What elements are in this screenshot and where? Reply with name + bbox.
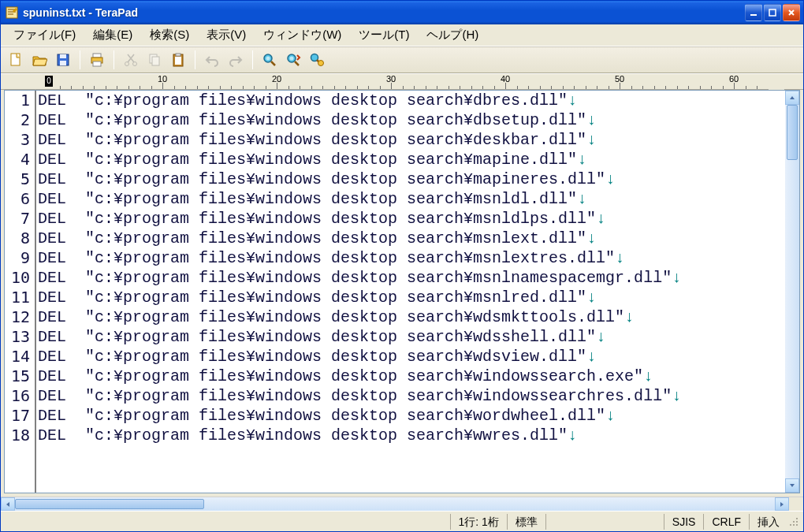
line-number: 1 [5,91,30,110]
scroll-up-arrow[interactable] [785,91,799,105]
text-line[interactable]: DEL "c:¥program files¥windows desktop se… [38,110,785,130]
text-line[interactable]: DEL "c:¥program files¥windows desktop se… [38,229,785,248]
scroll-down-arrow[interactable] [785,478,799,493]
svg-rect-9 [93,61,101,66]
eol-mark-icon: ↓ [586,288,596,307]
menu-edit[interactable]: 編集(E) [85,25,140,45]
undo-button[interactable] [202,50,222,70]
line-number-gutter: 123456789101112131415161718 [5,91,36,493]
menu-tool[interactable]: ツール(T) [351,25,417,45]
scroll-corner [789,497,803,511]
eol-mark-icon: ↓ [672,387,681,405]
status-newline: CRLF [703,514,749,530]
line-number: 18 [5,426,30,445]
line-number: 6 [5,189,30,209]
text-line[interactable]: DEL "c:¥program files¥windows desktop se… [38,426,785,445]
eol-mark-icon: ↓ [577,151,586,169]
find-button[interactable] [259,50,280,70]
svg-rect-13 [152,57,159,65]
text-line[interactable]: DEL "c:¥program files¥windows desktop se… [38,406,785,426]
svg-point-11 [133,62,137,66]
scroll-right-arrow[interactable] [775,497,789,511]
svg-rect-5 [60,54,66,58]
text-line[interactable]: DEL "c:¥program files¥windows desktop se… [38,386,785,406]
separator [114,50,114,69]
text-content[interactable]: DEL "c:¥program files¥windows desktop se… [36,91,785,493]
text-line[interactable]: DEL "c:¥program files¥windows desktop se… [38,209,785,229]
text-line[interactable]: DEL "c:¥program files¥windows desktop se… [38,91,785,110]
copy-button[interactable] [144,50,165,70]
window-title: spuninst.txt - TeraPad [23,6,745,19]
ruler-tick-label: 20 [272,74,281,84]
eol-mark-icon: ↓ [586,229,596,247]
svg-rect-6 [60,61,66,65]
text-line[interactable]: DEL "c:¥program files¥windows desktop se… [38,307,785,327]
text-line[interactable]: DEL "c:¥program files¥windows desktop se… [38,366,785,386]
scroll-left-arrow[interactable] [1,497,15,511]
eol-mark-icon: ↓ [605,407,615,425]
find-next-button[interactable] [283,50,303,70]
text-editor[interactable]: 123456789101112131415161718 DEL "c:¥prog… [4,90,800,493]
ruler-tick-label: 50 [615,74,624,84]
svg-point-22 [318,61,324,66]
text-line[interactable]: DEL "c:¥program files¥windows desktop se… [38,248,785,268]
line-number: 15 [5,366,30,386]
line-number: 8 [5,229,30,248]
save-button[interactable] [53,50,73,70]
menu-window[interactable]: ウィンドウ(W) [255,25,349,45]
line-number: 4 [5,150,30,169]
vertical-scroll-thumb[interactable] [787,105,798,160]
line-number: 9 [5,248,30,268]
ruler-tick-label: 10 [158,74,167,84]
text-line[interactable]: DEL "c:¥program files¥windows desktop se… [38,268,785,288]
eol-mark-icon: ↓ [586,131,596,149]
menu-help[interactable]: ヘルプ(H) [419,25,486,45]
text-line[interactable]: DEL "c:¥program files¥windows desktop se… [38,150,785,169]
replace-button[interactable] [307,50,327,70]
cut-button[interactable] [121,50,141,70]
menu-search[interactable]: 検索(S) [142,25,197,45]
text-line[interactable]: DEL "c:¥program files¥windows desktop se… [38,189,785,209]
eol-mark-icon: ↓ [586,348,596,366]
line-number: 3 [5,130,30,150]
line-number: 16 [5,386,30,406]
new-file-button[interactable] [6,50,26,70]
paste-button[interactable] [168,50,188,70]
horizontal-scroll-thumb[interactable] [15,499,204,509]
status-cursor-position: 1行: 1桁 [450,514,507,530]
close-button[interactable] [783,4,800,21]
menu-file[interactable]: ファイル(F) [6,25,84,45]
ruler-tick-label: 30 [386,74,396,84]
eol-mark-icon: ↓ [615,249,624,267]
separator [80,50,80,69]
open-file-button[interactable] [29,50,50,70]
separator [195,50,195,69]
line-number: 10 [5,268,30,288]
text-line[interactable]: DEL "c:¥program files¥windows desktop se… [38,169,785,189]
title-bar[interactable]: spuninst.txt - TeraPad [1,1,803,24]
eol-mark-icon: ↓ [577,190,586,208]
svg-rect-2 [769,9,776,16]
status-bar: 1行: 1桁 標準 SJIS CRLF 挿入 [1,511,803,531]
redo-button[interactable] [225,50,246,70]
editor-area: 123456789101112131415161718 DEL "c:¥prog… [1,90,803,497]
resize-grip[interactable] [787,515,800,528]
line-number: 17 [5,406,30,426]
text-line[interactable]: DEL "c:¥program files¥windows desktop se… [38,347,785,366]
eol-mark-icon: ↓ [596,210,605,228]
eol-mark-icon: ↓ [568,426,577,445]
text-line[interactable]: DEL "c:¥program files¥windows desktop se… [38,327,785,347]
text-line[interactable]: DEL "c:¥program files¥windows desktop se… [38,130,785,150]
text-line[interactable]: DEL "c:¥program files¥windows desktop se… [38,288,785,307]
toolbar [1,47,803,73]
menu-bar: ファイル(F) 編集(E) 検索(S) 表示(V) ウィンドウ(W) ツール(T… [1,24,803,47]
horizontal-scroll-track[interactable] [15,497,775,511]
ruler-origin: 0 [45,76,53,87]
horizontal-scrollbar[interactable] [1,497,803,511]
maximize-button[interactable] [764,4,781,21]
vertical-scrollbar[interactable] [785,91,799,493]
eol-mark-icon: ↓ [672,269,681,287]
print-button[interactable] [87,50,107,70]
minimize-button[interactable] [745,4,762,21]
menu-view[interactable]: 表示(V) [199,25,254,45]
